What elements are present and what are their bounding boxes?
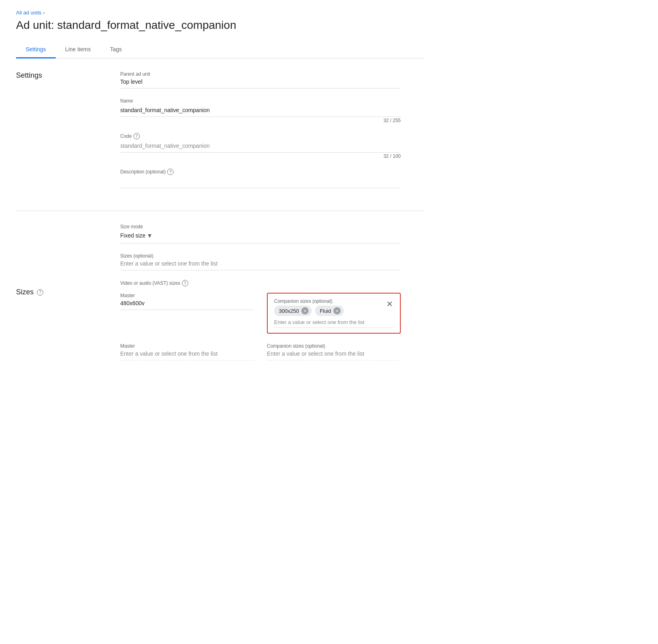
name-counter: 32 / 255 — [120, 118, 401, 123]
sizes-section-label: Sizes ? — [16, 224, 88, 360]
name-group: Name 32 / 255 — [120, 98, 401, 123]
size-mode-group: Size mode Fixed size ▾ — [120, 224, 401, 244]
parent-ad-unit-group: Parent ad unit Top level — [120, 71, 401, 89]
master-field-1: Master 480x600v — [120, 293, 254, 334]
master-label-2: Master — [120, 343, 254, 349]
master-companion-row-1: Master 480x600v Companion sizes (optiona… — [120, 293, 401, 334]
size-mode-label: Size mode — [120, 224, 401, 229]
master-label-1: Master — [120, 293, 254, 298]
page-title: Ad unit: standard_format_native_companio… — [16, 19, 425, 32]
code-help-icon[interactable]: ? — [133, 133, 140, 139]
size-mode-value: Fixed size — [120, 232, 145, 239]
name-label: Name — [120, 98, 401, 104]
companion-label-1: Companion sizes (optional) — [274, 298, 394, 304]
vast-help-icon[interactable]: ? — [182, 280, 188, 286]
sizes-section: Sizes ? Size mode Fixed size ▾ Sizes (op… — [16, 211, 425, 373]
companion-close-button[interactable]: ✕ — [384, 298, 395, 310]
companion-field-2: Companion sizes (optional) Enter a value… — [267, 343, 401, 360]
settings-section-content: Parent ad unit Top level Name 32 / 255 C… — [120, 71, 401, 198]
companion-tags: 300x250 ✕ Fluid ✕ — [274, 306, 394, 316]
companion-input-1[interactable]: Enter a value or select one from the lis… — [274, 319, 394, 328]
code-label: Code ? — [120, 133, 401, 139]
tab-line-items[interactable]: Line items — [56, 41, 101, 58]
master-input-2[interactable]: Enter a value or select one from the lis… — [120, 350, 254, 360]
companion-tag-300x250-remove[interactable]: ✕ — [301, 307, 309, 314]
settings-section: Settings Parent ad unit Top level Name 3… — [16, 58, 425, 211]
vast-label: Video or audio (VAST) sizes ? — [120, 280, 401, 286]
sizes-input[interactable]: Enter a value or select one from the lis… — [120, 260, 401, 270]
code-group: Code ? 32 / 100 — [120, 133, 401, 159]
breadcrumb: All ad units › — [16, 10, 425, 16]
parent-ad-unit-label: Parent ad unit — [120, 71, 401, 77]
companion-tag-fluid-remove[interactable]: ✕ — [333, 307, 341, 314]
sizes-help-icon[interactable]: ? — [37, 289, 43, 296]
sizes-optional-group: Sizes (optional) Enter a value or select… — [120, 253, 401, 270]
name-input[interactable] — [120, 105, 401, 117]
companion-tag-fluid: Fluid ✕ — [315, 306, 344, 316]
tab-tags[interactable]: Tags — [100, 41, 131, 58]
companion-label-2: Companion sizes (optional) — [267, 343, 401, 349]
master-field-2: Master Enter a value or select one from … — [120, 343, 254, 360]
sizes-section-content: Size mode Fixed size ▾ Sizes (optional) … — [120, 224, 401, 360]
vast-section: Video or audio (VAST) sizes ? Master 480… — [120, 280, 401, 360]
breadcrumb-link[interactable]: All ad units — [16, 10, 42, 16]
description-help-icon[interactable]: ? — [167, 169, 174, 175]
size-mode-row: Fixed size ▾ — [120, 231, 401, 244]
companion-input-2[interactable]: Enter a value or select one from the lis… — [267, 350, 401, 360]
description-input[interactable] — [120, 177, 401, 188]
master-value-1: 480x600v — [120, 300, 254, 310]
companion-tag-300x250: 300x250 ✕ — [274, 306, 312, 316]
size-mode-dropdown-icon[interactable]: ▾ — [148, 231, 151, 240]
companion-highlighted-box: Companion sizes (optional) 300x250 ✕ — [267, 293, 401, 334]
tab-settings[interactable]: Settings — [16, 41, 56, 58]
master-companion-row-2: Master Enter a value or select one from … — [120, 343, 401, 360]
tabs-row: Settings Line items Tags — [16, 41, 425, 58]
breadcrumb-chevron: › — [43, 10, 45, 16]
settings-section-label: Settings — [16, 71, 88, 198]
description-label: Description (optional) ? — [120, 169, 401, 175]
code-counter: 32 / 100 — [120, 153, 401, 159]
sizes-optional-label: Sizes (optional) — [120, 253, 401, 259]
description-group: Description (optional) ? — [120, 169, 401, 188]
code-input[interactable] — [120, 141, 401, 153]
parent-ad-unit-value: Top level — [120, 78, 401, 89]
